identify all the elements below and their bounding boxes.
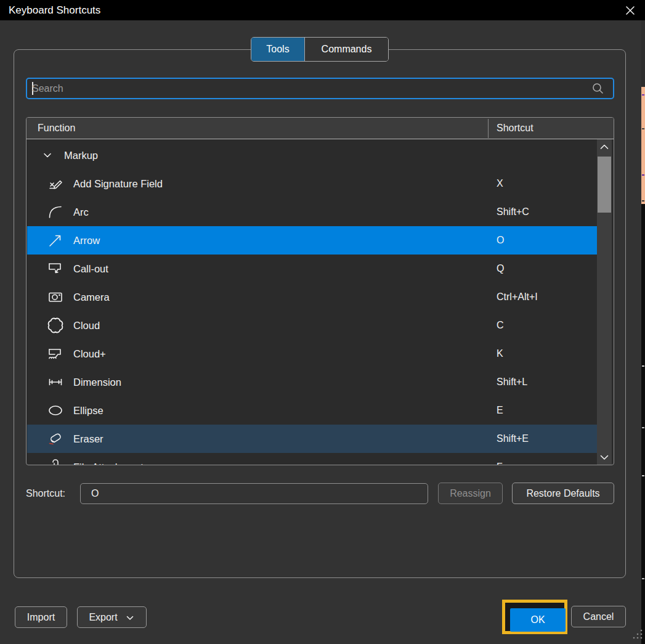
column-header-function[interactable]: Function (38, 118, 75, 139)
shortcuts-table: Function Shortcut Markup Add (26, 117, 614, 465)
table-row-add-signature-field[interactable]: Add Signature Field X (27, 169, 597, 198)
vertical-scrollbar[interactable] (597, 139, 612, 465)
shortcut-input-value: O (91, 484, 99, 503)
row-shortcut: E (497, 396, 503, 425)
ok-button[interactable]: OK (510, 608, 566, 632)
row-label: Camera (73, 283, 110, 311)
dimension-icon (47, 373, 64, 391)
resize-grip[interactable] (631, 627, 644, 641)
row-label: Arrow (73, 226, 100, 255)
row-label: Arc (73, 198, 89, 226)
row-label: Cloud+ (73, 340, 106, 368)
row-label: Add Signature Field (73, 169, 163, 198)
row-label: Dimension (73, 368, 121, 396)
title-bar: Keyboard Shortcuts (0, 0, 645, 20)
import-button[interactable]: Import (15, 606, 67, 628)
column-divider[interactable] (488, 119, 489, 138)
row-label: Cloud (73, 311, 100, 340)
row-shortcut: Ctrl+Alt+I (497, 283, 538, 311)
cloud-icon (47, 317, 64, 334)
reassign-button[interactable]: Reassign (438, 483, 503, 504)
dialog-title: Keyboard Shortcuts (9, 0, 100, 20)
table-row-arrow[interactable]: Arrow O (27, 226, 597, 255)
row-label: Call-out (73, 255, 108, 283)
row-shortcut: F (497, 453, 503, 465)
table-row-cloud-plus[interactable]: Cloud+ K (27, 340, 597, 368)
export-button-label: Export (89, 607, 117, 627)
file-attachment-icon (47, 459, 64, 465)
cloud-plus-icon (47, 345, 64, 362)
row-shortcut: X (497, 169, 503, 198)
table-header: Function Shortcut (26, 118, 614, 139)
restore-defaults-button[interactable]: Restore Defaults (512, 483, 614, 504)
row-label: Eraser (73, 425, 103, 453)
table-row-camera[interactable]: Camera Ctrl+Alt+I (27, 283, 597, 311)
export-button[interactable]: Export (77, 606, 147, 628)
search-box (26, 78, 614, 99)
table-row-arc[interactable]: Arc Shift+C (27, 198, 597, 226)
dialog-body: Tools Commands Function Shortcut M (0, 20, 641, 644)
shortcut-input[interactable]: O (80, 483, 428, 504)
chevron-down-icon[interactable] (42, 150, 53, 161)
row-shortcut: K (497, 340, 503, 368)
table-row-call-out[interactable]: Call-out Q (27, 255, 597, 283)
row-shortcut: Shift+L (497, 368, 527, 396)
row-label: File Attachment (73, 453, 144, 465)
scrollbar-thumb[interactable] (598, 157, 611, 213)
arrow-icon (47, 232, 64, 249)
row-shortcut: Shift+C (497, 198, 529, 226)
table-row-cloud[interactable]: Cloud C (27, 311, 597, 340)
table-group-row-markup[interactable]: Markup (27, 141, 597, 169)
camera-icon (47, 288, 64, 306)
table-row-ellipse[interactable]: Ellipse E (27, 396, 597, 425)
row-shortcut: Q (497, 255, 504, 283)
scroll-up-icon[interactable] (597, 140, 612, 155)
ellipse-icon (47, 402, 64, 419)
keyboard-shortcuts-dialog: Keyboard Shortcuts Tools Commands (0, 0, 645, 644)
arc-icon (47, 203, 64, 221)
ok-button-highlight: OK (502, 600, 567, 634)
row-shortcut: Shift+E (497, 425, 529, 453)
scroll-down-icon[interactable] (597, 450, 612, 465)
search-icon (591, 82, 604, 96)
group-label: Markup (64, 141, 98, 169)
table-row-eraser[interactable]: Eraser Shift+E (27, 425, 597, 453)
add-signature-field-icon (47, 175, 64, 192)
tab-strip: Tools Commands (251, 37, 389, 62)
call-out-icon (47, 260, 64, 277)
cancel-button[interactable]: Cancel (571, 606, 626, 627)
chevron-down-icon (125, 611, 135, 623)
row-shortcut: O (497, 226, 504, 255)
shortcut-field-label: Shortcut: (26, 483, 65, 504)
eraser-icon (47, 430, 64, 447)
row-label: Ellipse (73, 396, 103, 425)
tab-commands[interactable]: Commands (305, 38, 388, 61)
search-input[interactable] (32, 79, 586, 98)
ok-button-frame: OK (505, 603, 564, 631)
column-header-shortcut[interactable]: Shortcut (497, 118, 533, 139)
background-window-sliver (641, 20, 645, 644)
table-row-file-attachment[interactable]: File Attachment F (27, 453, 597, 465)
row-shortcut: C (497, 311, 504, 340)
close-icon[interactable] (623, 4, 637, 17)
table-row-dimension[interactable]: Dimension Shift+L (27, 368, 597, 396)
tab-tools[interactable]: Tools (251, 38, 305, 61)
